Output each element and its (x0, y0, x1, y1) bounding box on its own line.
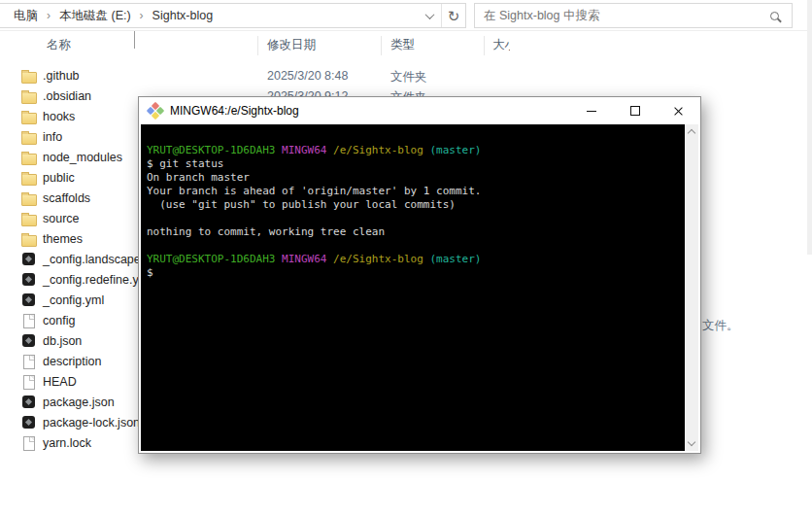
folder-icon (21, 174, 37, 186)
terminal-title: MINGW64:/e/Sightx-blog (170, 104, 569, 118)
terminal-title-bar[interactable]: MINGW64:/e/Sightx-blog (139, 97, 700, 124)
maximize-icon (630, 106, 640, 116)
column-header-type[interactable]: 类型 (390, 37, 415, 53)
mingw64-app-icon (147, 103, 162, 119)
terminal-output[interactable]: YRUT@DESKTOP-1D6DAH3 MINGW64 /e/Sightx-b… (141, 124, 685, 451)
file-name: source (43, 212, 80, 225)
breadcrumb-separator: › (43, 9, 54, 22)
file-name: info (43, 130, 62, 144)
terminal-line: YRUT@DESKTOP-1D6DAH3 MINGW64 /e/Sightx-b… (147, 144, 685, 157)
column-divider[interactable] (381, 36, 382, 55)
window-controls (569, 97, 700, 124)
code-file-icon (22, 293, 35, 306)
file-name: scaffolds (43, 191, 90, 205)
file-name: _config.yml (43, 293, 104, 307)
code-file-icon (22, 334, 35, 347)
terminal-scrollbar[interactable] (685, 124, 698, 451)
search-input[interactable] (475, 9, 770, 22)
maximize-button[interactable] (613, 97, 657, 124)
terminal-line (147, 239, 685, 253)
refresh-button[interactable]: ↻ (442, 4, 465, 27)
file-name: .obsidian (43, 89, 91, 103)
column-header-size[interactable]: 大小 (492, 37, 510, 53)
search-box (474, 3, 793, 28)
code-file-icon (22, 416, 35, 429)
refresh-icon: ↻ (448, 9, 460, 23)
terminal-window: MINGW64:/e/Sightx-blog YRUT@DESKTOP-1D6D… (138, 96, 701, 454)
folder-icon (21, 154, 37, 165)
terminal-line: $ git status (147, 157, 685, 171)
file-name: _config.landscape (43, 253, 141, 266)
breadcrumb-item[interactable]: 电脑 (9, 8, 43, 24)
address-dropdown-button[interactable] (418, 4, 441, 27)
scroll-down-icon[interactable] (688, 438, 695, 446)
file-name: db.json (43, 334, 82, 348)
scroll-up-icon[interactable] (688, 129, 695, 137)
code-file-icon (22, 273, 35, 286)
code-file-icon (22, 253, 35, 265)
file-name: yarn.lock (43, 436, 91, 450)
folder-icon (21, 92, 37, 104)
folder-icon (21, 113, 37, 124)
chevron-down-icon (424, 10, 434, 19)
column-header-name[interactable]: 名称 (47, 37, 71, 53)
toolbar-separator (0, 30, 812, 31)
column-divider[interactable] (484, 36, 485, 55)
folder-icon (21, 194, 37, 206)
search-icon (770, 12, 779, 20)
file-name: node_modules (43, 151, 122, 164)
file-name: config (43, 314, 75, 327)
file-row[interactable]: .github2025/3/20 8:48文件夹 (0, 66, 812, 86)
file-name: hooks (43, 110, 75, 123)
terminal-line: nothing to commit, working tree clean (147, 225, 685, 239)
file-icon (23, 355, 35, 369)
file-name: HEAD (43, 375, 77, 389)
terminal-line: Your branch is ahead of 'origin/master' … (147, 185, 685, 198)
terminal-line: On branch master (147, 171, 685, 185)
code-file-icon (22, 396, 35, 408)
close-button[interactable] (657, 97, 700, 124)
file-name: _config.redefine.y (43, 273, 139, 287)
terminal-body: YRUT@DESKTOP-1D6DAH3 MINGW64 /e/Sightx-b… (141, 124, 698, 451)
terminal-line (147, 130, 685, 144)
file-name: .github (43, 69, 80, 83)
address-bar: 电脑›本地磁盘 (E:)›Sightx-blog ↻ (0, 3, 466, 28)
file-name: description (43, 355, 101, 368)
explorer-window: 电脑›本地磁盘 (E:)›Sightx-blog ↻ 名称 修改日期 类型 大小… (0, 0, 812, 516)
breadcrumb-item[interactable]: Sightx-blog (148, 9, 219, 22)
file-icon (23, 436, 35, 451)
file-name: package-lock.json (43, 416, 140, 430)
file-modified: 2025/3/20 8:48 (267, 69, 348, 83)
terminal-line (147, 212, 685, 225)
folder-icon (21, 72, 37, 84)
minimize-button[interactable] (569, 97, 613, 124)
breadcrumb: 电脑›本地磁盘 (E:)›Sightx-blog (0, 8, 418, 24)
sort-ascending-icon (134, 31, 135, 49)
details-text-fragment: 文件。 (702, 318, 739, 334)
column-divider[interactable] (257, 36, 258, 55)
folder-icon (21, 133, 37, 145)
column-header-modified[interactable]: 修改日期 (267, 37, 316, 53)
folder-icon (21, 235, 37, 247)
terminal-line: (use "git push" to publish your local co… (147, 198, 685, 212)
terminal-line: $ (147, 266, 685, 280)
folder-icon (21, 215, 37, 226)
file-icon (23, 314, 35, 328)
file-name: package.json (43, 396, 115, 409)
breadcrumb-separator: › (136, 9, 148, 22)
file-icon (23, 375, 35, 390)
file-name: themes (43, 232, 83, 246)
breadcrumb-item[interactable]: 本地磁盘 (E:) (54, 8, 136, 24)
file-type: 文件夹 (390, 69, 427, 86)
file-name: public (43, 171, 75, 185)
minimize-icon (587, 111, 596, 112)
terminal-line: YRUT@DESKTOP-1D6DAH3 MINGW64 /e/Sightx-b… (147, 253, 685, 266)
close-icon (673, 106, 684, 117)
